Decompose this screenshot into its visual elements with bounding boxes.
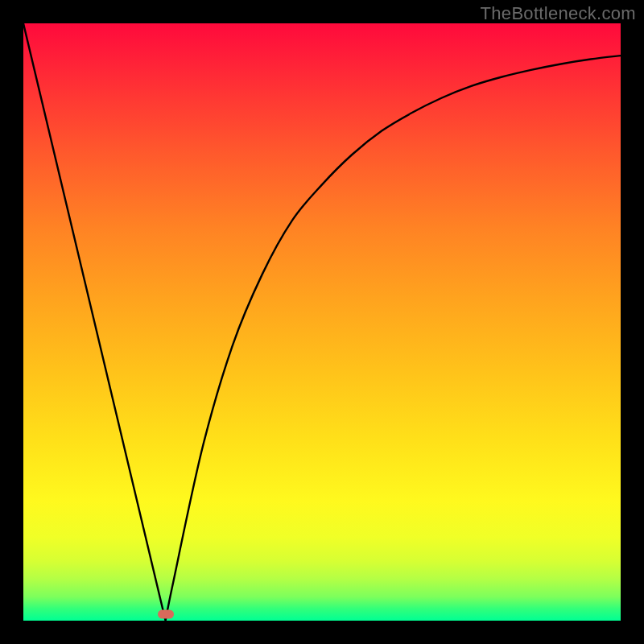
watermark-text: TheBottleneck.com <box>481 3 636 24</box>
plot-area <box>23 23 621 621</box>
chart-frame: TheBottleneck.com <box>0 0 644 644</box>
bottleneck-curve <box>23 23 621 621</box>
optimal-point-marker <box>158 610 174 619</box>
